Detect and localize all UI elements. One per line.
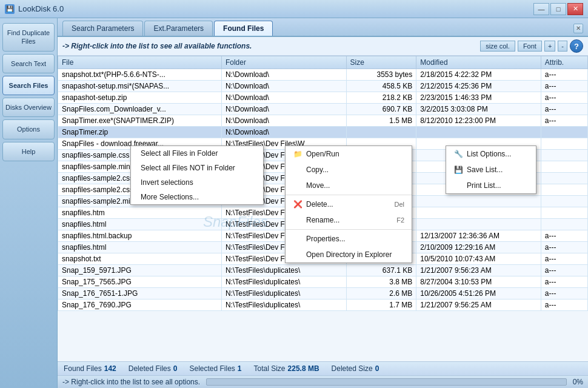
- font-plus-button[interactable]: +: [544, 41, 555, 52]
- attrib-cell: [541, 219, 587, 230]
- sidebar-item-help[interactable]: Help: [2, 142, 55, 161]
- tab-search-parameters[interactable]: Search Parameters: [62, 21, 143, 36]
- table-row[interactable]: Snap_176_7651-1.JPGN:\TestFiles\duplicat…: [58, 288, 588, 299]
- ctx-select-not-folder[interactable]: Select all Files NOT in Folder: [131, 161, 263, 175]
- sidebar-item-search-text[interactable]: Search Text: [2, 54, 55, 73]
- modified-cell: 2/10/2009 12:29:16 AM: [416, 242, 541, 253]
- table-row[interactable]: Snap_159_5971.JPGN:\TestFiles\duplicates…: [58, 265, 588, 276]
- folder-cell: N:\Download\: [221, 92, 346, 104]
- file-cell: snapfiles.htm: [58, 207, 222, 219]
- maximize-button[interactable]: □: [550, 3, 566, 15]
- close-button[interactable]: ✕: [567, 3, 583, 15]
- context-menu-left[interactable]: Select all Files in Folder Select all Fi…: [130, 146, 264, 205]
- attrib-cell: [541, 184, 587, 196]
- tab-found-files[interactable]: Found Files: [214, 21, 273, 36]
- ctx-select-all-folder[interactable]: Select all Files in Folder: [131, 146, 263, 161]
- tab-ext-parameters[interactable]: Ext.Parameters: [144, 21, 213, 36]
- ctx-copy[interactable]: Copy...: [286, 162, 412, 178]
- ctx-move[interactable]: Move...: [286, 178, 412, 193]
- size-col-button[interactable]: size col.: [480, 41, 515, 52]
- folder-cell: N:\Download\: [221, 81, 346, 92]
- modified-cell: [416, 219, 541, 230]
- attrib-cell: a---: [541, 230, 587, 242]
- context-menu-right[interactable]: 🔧 List Options... 💾 Save List... Print L…: [446, 146, 536, 194]
- modified-cell: 2/12/2015 4:25:36 PM: [416, 81, 541, 92]
- table-row[interactable]: SnapFiles.com_Downloader_v...N:\Download…: [58, 104, 588, 115]
- sidebar-item-search-files[interactable]: Search Files: [2, 76, 55, 95]
- ctx-rename[interactable]: Rename... F2: [286, 212, 412, 228]
- attrib-cell: [541, 150, 587, 161]
- col-header-modified[interactable]: Modified: [416, 56, 541, 69]
- col-header-file[interactable]: File: [58, 56, 222, 69]
- sidebar-item-find-duplicate[interactable]: Find Duplicate Files: [2, 23, 55, 52]
- ctx-move-label: Move...: [306, 181, 330, 190]
- ctx-dir-label: Open Directory in Explorer: [306, 250, 392, 259]
- col-header-folder[interactable]: Folder: [221, 56, 346, 69]
- save-list-icon: 💾: [453, 165, 463, 175]
- file-cell: Snap_176_7651-1.JPG: [58, 288, 222, 299]
- attrib-cell: a---: [541, 265, 587, 276]
- ctx-more-selections[interactable]: More Selections...: [131, 190, 263, 204]
- deleted-size-label: Deleted Size: [332, 364, 373, 373]
- file-cell: SnapFiles.com_Downloader_v...: [58, 104, 222, 115]
- modified-cell: 10/5/2010 10:07:43 AM: [416, 253, 541, 265]
- ctx-save-list[interactable]: 💾 Save List...: [446, 162, 536, 178]
- file-cell: SnapTimer.exe*(SNAPTIMER.ZIP): [58, 115, 222, 127]
- table-row[interactable]: Snap_175_7565.JPGN:\TestFiles\duplicates…: [58, 276, 588, 288]
- table-row[interactable]: snapshot.txt*(PHP-5.6.6-NTS-...N:\Downlo…: [58, 69, 588, 81]
- ctx-delete[interactable]: ❌ Delete... Del: [286, 196, 412, 212]
- total-size-value: 225.8 MB: [288, 364, 319, 373]
- table-row[interactable]: snapashot-setup.msi*(SNAPAS...N:\Downloa…: [58, 81, 588, 92]
- ctx-list-options[interactable]: 🔧 List Options...: [446, 146, 536, 162]
- help-icon-button[interactable]: ?: [570, 39, 583, 53]
- toolbar-info-text: -> Right-click into the list to see all …: [62, 42, 476, 50]
- file-cell: Snap_159_5971.JPG: [58, 265, 222, 276]
- attrib-cell: a---: [541, 253, 587, 265]
- context-menu-middle[interactable]: 📁 Open/Run Copy... Move... ❌ Delet: [285, 146, 412, 263]
- minimize-button[interactable]: —: [533, 3, 549, 15]
- col-header-size[interactable]: Size: [346, 56, 416, 69]
- ctx-open-run[interactable]: 📁 Open/Run: [286, 146, 412, 162]
- ctx-delete-key: Del: [394, 201, 404, 208]
- list-options-icon: 🔧: [453, 149, 463, 159]
- font-minus-button[interactable]: -: [558, 41, 567, 52]
- modified-cell: 8/27/2004 3:10:53 PM: [416, 276, 541, 288]
- file-list-container: File Folder Size Modified Attrib. snapsh…: [58, 56, 588, 361]
- app-icon: 💾: [5, 4, 15, 14]
- ctx-invert-selection[interactable]: Invert selections: [131, 175, 263, 190]
- folder-cell: N:\TestFiles\duplicates\: [221, 288, 346, 299]
- font-button[interactable]: Font: [518, 41, 542, 52]
- file-cell: Snap_176_7690.JPG: [58, 299, 222, 311]
- modified-cell: 1/21/2007 9:56:25 AM: [416, 299, 541, 311]
- table-row[interactable]: Snap_176_7690.JPGN:\TestFiles\duplicates…: [58, 299, 588, 311]
- ctx-print-list[interactable]: Print List...: [446, 178, 536, 193]
- folder-cell: N:\Download\: [221, 69, 346, 81]
- table-row[interactable]: SnapTimer.exe*(SNAPTIMER.ZIP)N:\Download…: [58, 115, 588, 127]
- sidebar-item-options[interactable]: Options: [2, 119, 55, 139]
- size-cell: 637.1 KB: [346, 265, 416, 276]
- window-controls: — □ ✕: [533, 3, 583, 15]
- attrib-cell: a---: [541, 288, 587, 299]
- size-cell: 218.2 KB: [346, 92, 416, 104]
- attrib-cell: a---: [541, 104, 587, 115]
- attrib-cell: [541, 173, 587, 184]
- folder-cell: N:\Download\: [221, 115, 346, 127]
- tab-close-button[interactable]: ✕: [573, 24, 583, 33]
- attrib-cell: a---: [541, 115, 587, 127]
- file-cell: snapfiles.html: [58, 219, 222, 230]
- status-bar: Found Files 142 Deleted Files 0 Selected…: [58, 361, 588, 375]
- sidebar-item-disks-overview[interactable]: Disks Overview: [2, 98, 55, 117]
- col-header-attrib[interactable]: Attrib.: [541, 56, 587, 69]
- window-title: LookDisk 6.0: [18, 4, 64, 13]
- ctx-properties[interactable]: Properties...: [286, 231, 412, 247]
- ctx-rename-spacer: [293, 215, 302, 225]
- bottom-bar: -> Right-click into the list to see all …: [58, 375, 588, 388]
- modified-cell: [416, 207, 541, 219]
- ctx-open-directory[interactable]: Open Directory in Explorer: [286, 247, 412, 263]
- file-cell: snapfiles.html.backup: [58, 230, 222, 242]
- table-row[interactable]: snapashot-setup.zipN:\Download\218.2 KB2…: [58, 92, 588, 104]
- status-deleted-files: Deleted Files 0: [129, 364, 178, 373]
- table-row[interactable]: SnapTimer.zipN:\Download\: [58, 127, 588, 138]
- size-cell: 2.6 MB: [346, 288, 416, 299]
- sidebar: Find Duplicate Files Search Text Search …: [0, 18, 58, 388]
